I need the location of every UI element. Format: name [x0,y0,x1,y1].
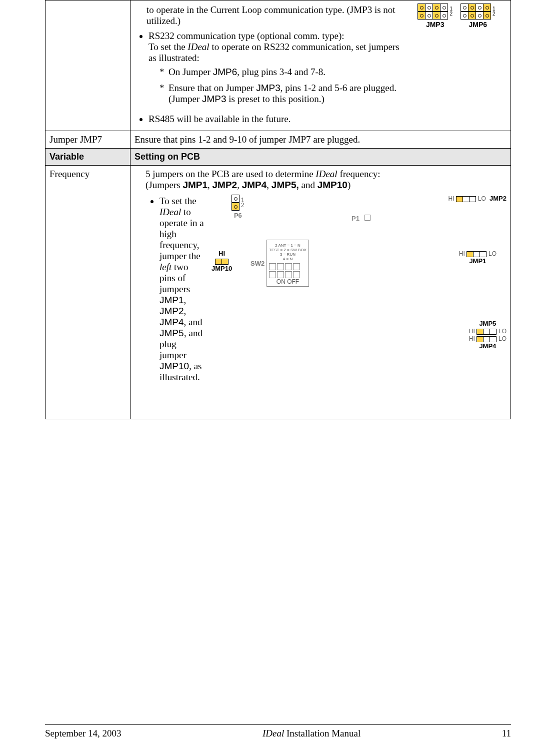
jmp3-jmp6-figure: 12 JMP3 [406,4,506,128]
footer-title: IDeal Installation Manual [262,728,360,739]
sw2-block: 2 ANT = 1 = N TEST = 2 = SW BOX 3 = RUN … [266,240,309,287]
comm-bullet-list: to operate in the Current Loop communica… [134,4,402,128]
jmp6-block: 12 JMP6 [460,4,496,29]
freq-bullet-col: To set the IDeal to operate in a high fr… [146,195,206,386]
sw2-label: SW2 [250,260,264,267]
freq-figure: 12 P6 2 ANT = 1 = N TEST = 2 = SW BOX 3 … [212,195,506,386]
footer: September 14, 2003 IDeal Installation Ma… [45,724,511,739]
rs232-star-list: * On Jumper JMP6, plug pins 3-4 and 7-8.… [160,67,402,105]
row-jmp7-text: Ensure that pins 1-2 and 9-10 of jumper … [130,131,511,149]
freq-bullet-item: To set the IDeal to operate in a high fr… [160,195,206,386]
row-comm-type: to operate in the Current Loop communica… [46,1,511,131]
comm-continuation-text: to operate in the Current Loop communica… [146,4,402,30]
row-frequency-content: 5 jumpers on the PCB are used to determi… [130,166,511,419]
main-table: to operate in the Current Loop communica… [45,0,511,419]
jmp10-block: HI JMP10 [212,250,232,272]
header-variable: Variable [46,149,130,166]
row-jmp7-label: Jumper JMP7 [46,131,130,149]
row-frequency-label: Frequency [46,166,130,419]
footer-date: September 14, 2003 [45,728,122,739]
comm-rs232-item: RS232 communication type (optional comm.… [148,30,402,113]
p6-block: 12 P6 [232,195,244,219]
freq-intro: 5 jumpers on the PCB are used to determi… [146,169,506,191]
star-item-jmp6: * On Jumper JMP6, plug pins 3-4 and 7-8. [160,67,402,78]
row-comm-type-content: to operate in the Current Loop communica… [130,1,511,131]
page: to operate in the Current Loop communica… [0,0,556,756]
jmp1-block: HI LO JMP1 [459,250,496,265]
p1-block: P1 [352,215,370,222]
row-jmp7: Jumper JMP7 Ensure that pins 1-2 and 9-1… [46,131,511,149]
star-item-jmp3: * Ensure that on Jumper JMP3, pins 1-2 a… [160,83,402,105]
row-frequency: Frequency 5 jumpers on the PCB are used … [46,166,511,419]
jmp2-block: HI LO JMP2 [448,195,506,202]
footer-page: 11 [502,728,511,739]
header-row: Variable Setting on PCB [46,149,511,166]
jmp3-block: 12 JMP3 [418,4,452,29]
comm-rs485-item: RS485 will be available in the future. [148,113,402,128]
row-comm-type-label [46,1,130,131]
header-setting: Setting on PCB [130,149,511,166]
jmp45-block: JMP5 HI LO HI LO JMP4 [469,320,506,350]
